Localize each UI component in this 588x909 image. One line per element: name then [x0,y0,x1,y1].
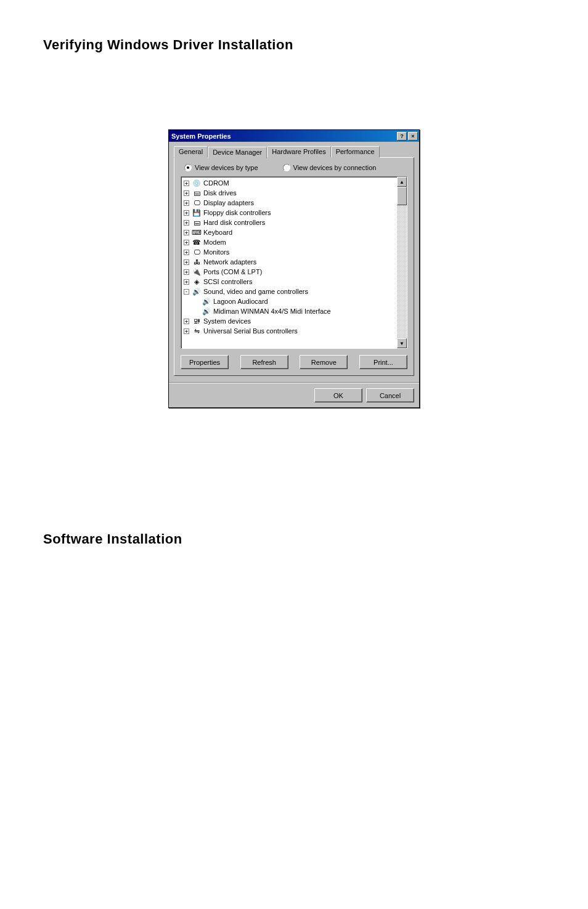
tree-row[interactable]: +⇋Universal Serial Bus controllers [184,326,406,336]
tree-row[interactable]: +☎Modem [184,237,406,247]
device-tree[interactable]: +💿CDROM+🖴Disk drives+🖵Display adapters+💾… [181,176,407,349]
tree-row-label: Display adapters [203,199,254,206]
tree-row[interactable]: -🔊Sound, video and game controllers [184,287,406,296]
monitor-icon: 🖵 [192,248,202,256]
sound-icon: 🔊 [202,297,211,306]
radio-icon [283,164,290,171]
separator [169,382,419,383]
expand-icon[interactable]: + [184,259,189,265]
tree-row-label: Floppy disk controllers [203,209,271,216]
tab-panel: View devices by type View devices by con… [174,157,414,376]
sound-icon: 🔊 [192,287,202,296]
dialog-container: System Properties ? × General Device Man… [43,129,545,408]
tree-row[interactable]: +⌨Keyboard [184,227,406,237]
tree-row[interactable]: +💾Floppy disk controllers [184,208,406,218]
tree-row-label: Midiman WINMAN 4x4/S Midi Interface [213,308,331,315]
expand-icon[interactable]: + [184,269,189,275]
scroll-down-icon[interactable]: ▼ [397,338,407,348]
tree-row[interactable]: +🖵Monitors [184,247,406,257]
system-icon: 🖳 [192,317,202,325]
tab-performance[interactable]: Performance [331,146,380,158]
tab-hardware-profiles[interactable]: Hardware Profiles [267,146,330,158]
ports-icon: 🔌 [192,267,202,276]
tree-row-label: Lagoon Audiocard [213,298,268,305]
tab-device-manager[interactable]: Device Manager [208,147,267,158]
remove-button[interactable]: Remove [300,355,348,369]
expand-icon[interactable]: + [184,210,189,216]
sound-icon: 🔊 [202,307,211,316]
tree-row[interactable]: +🖴Hard disk controllers [184,218,406,227]
help-icon[interactable]: ? [397,132,407,141]
radio-label: View devices by connection [293,164,377,171]
network-icon: 🖧 [192,258,202,266]
tree-row-label: Monitors [203,248,229,256]
tree-row[interactable]: +🖴Disk drives [184,188,406,198]
heading-verifying: Verifying Windows Driver Installation [43,37,545,53]
expand-icon[interactable]: + [184,190,189,196]
expand-icon[interactable]: + [184,181,189,186]
radio-icon [184,164,192,171]
tree-row-label: Modem [203,238,226,246]
expand-icon[interactable]: + [184,328,189,334]
collapse-icon[interactable]: - [184,289,189,295]
tree-row[interactable]: +🖧Network adapters [184,257,406,267]
tree-row[interactable]: 🔊Lagoon Audiocard [184,296,406,306]
ok-button[interactable]: OK [314,388,362,402]
tree-spacer [194,309,199,314]
floppy-icon: 💾 [192,208,202,217]
tree-row-label: Universal Serial Bus controllers [203,327,298,335]
close-icon[interactable]: × [408,132,418,141]
cdrom-icon: 💿 [192,179,202,187]
titlebar-title: System Properties [171,132,231,140]
scroll-thumb[interactable] [397,187,407,205]
tree-row[interactable]: +🖵Display adapters [184,198,406,208]
tree-row-label: Disk drives [203,189,237,197]
tree-row-label: System devices [203,317,251,325]
heading-software-installation: Software Installation [43,531,545,547]
print-button[interactable]: Print... [359,355,407,369]
tab-strip: General Device Manager Hardware Profiles… [174,145,414,157]
tree-row-label: SCSI controllers [203,278,252,285]
tree-row-label: CDROM [203,179,229,187]
tree-row[interactable]: +💿CDROM [184,178,406,188]
tab-general[interactable]: General [174,146,208,158]
expand-icon[interactable]: + [184,240,189,245]
tree-row-label: Hard disk controllers [203,219,265,226]
tree-row[interactable]: +🔌Ports (COM & LPT) [184,267,406,277]
radio-view-by-connection[interactable]: View devices by connection [283,164,377,171]
radio-view-by-type[interactable]: View devices by type [184,164,258,171]
tree-row[interactable]: +🖳System devices [184,316,406,326]
usb-icon: ⇋ [192,327,202,335]
titlebar: System Properties ? × [169,130,419,142]
disk-icon: 🖴 [192,189,202,197]
hdd-icon: 🖴 [192,218,202,227]
tree-row[interactable]: 🔊Midiman WINMAN 4x4/S Midi Interface [184,306,406,316]
scroll-up-icon[interactable]: ▲ [397,177,407,187]
tree-row-label: Ports (COM & LPT) [203,268,262,275]
tree-row-label: Keyboard [203,229,232,236]
system-properties-dialog: System Properties ? × General Device Man… [168,129,420,408]
tree-row-label: Sound, video and game controllers [203,288,308,295]
display-icon: 🖵 [192,198,202,207]
refresh-button[interactable]: Refresh [240,355,288,369]
tree-spacer [194,299,199,304]
tree-row-label: Network adapters [203,258,256,266]
scsi-icon: ◈ [192,277,202,286]
expand-icon[interactable]: + [184,279,189,285]
expand-icon[interactable]: + [184,250,189,255]
expand-icon[interactable]: + [184,200,189,206]
expand-icon[interactable]: + [184,220,189,226]
properties-button[interactable]: Properties [181,355,229,369]
tree-row[interactable]: +◈SCSI controllers [184,277,406,287]
modem-icon: ☎ [192,238,202,247]
scrollbar[interactable]: ▲ ▼ [397,177,407,348]
keyboard-icon: ⌨ [192,228,202,237]
radio-label: View devices by type [195,164,258,171]
cancel-button[interactable]: Cancel [366,388,414,402]
expand-icon[interactable]: + [184,230,189,235]
expand-icon[interactable]: + [184,319,189,324]
